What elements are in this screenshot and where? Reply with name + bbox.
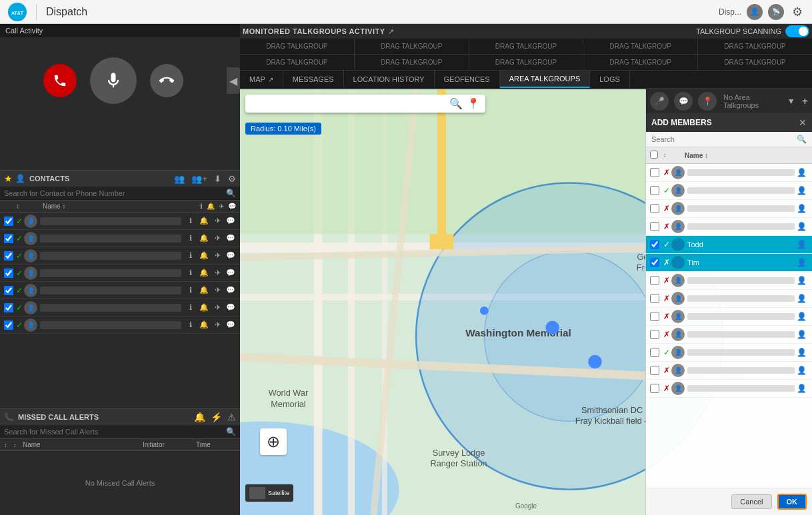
member-checkbox[interactable] — [650, 384, 659, 393]
member-checkbox[interactable] — [650, 276, 659, 285]
add-group-icon[interactable]: 👥+ — [191, 174, 207, 184]
chat-icon[interactable]: 💬 — [225, 217, 236, 225]
member-checkbox[interactable] — [650, 312, 659, 321]
member-action-icon[interactable]: 👤 — [795, 256, 808, 269]
cancel-button[interactable]: Cancel — [731, 494, 771, 509]
member-action-icon[interactable]: 👤 — [795, 292, 808, 305]
member-action-icon[interactable]: 👤 — [795, 238, 808, 251]
user-icon[interactable]: 👤 — [747, 4, 763, 20]
end-call-button[interactable] — [43, 64, 77, 97]
drag-talkgroup-cell[interactable]: DRAG TALKGROUP — [240, 39, 355, 54]
contact-row[interactable]: ✓ 👤 ℹ 🔔 ✈ 💬 — [0, 299, 240, 316]
member-row[interactable]: ✓ 👤 👤 — [646, 344, 812, 362]
satellite-button[interactable]: Satellite — [245, 484, 293, 502]
bell-icon[interactable]: 🔔 — [199, 320, 209, 329]
member-action-icon[interactable]: 👤 — [795, 346, 808, 359]
send-icon[interactable]: ✈ — [212, 320, 223, 329]
contact-row[interactable]: ✓ 👤 ℹ 🔔 ✈ 💬 — [0, 264, 240, 282]
hangup-button[interactable] — [150, 64, 183, 97]
contact-checkbox[interactable] — [4, 234, 13, 243]
chat-icon[interactable]: 💬 — [225, 251, 236, 260]
network-icon[interactable]: 📡 — [768, 4, 784, 20]
member-row[interactable]: ✗ 👤 👤 — [646, 362, 812, 380]
bell-icon[interactable]: 🔔 — [194, 412, 205, 422]
member-checkbox[interactable] — [650, 240, 659, 249]
chat-icon[interactable]: 💬 — [225, 320, 236, 329]
settings-icon[interactable]: ⚙ — [228, 174, 236, 184]
mic-icon[interactable]: 🎤 — [650, 92, 669, 111]
member-checkbox[interactable] — [650, 168, 659, 177]
drag-talkgroup-cell[interactable]: DRAG TALKGROUP — [355, 39, 469, 54]
info-icon[interactable]: ℹ — [185, 268, 196, 277]
info-icon[interactable]: ℹ — [185, 217, 196, 225]
send-icon[interactable]: ✈ — [212, 268, 223, 277]
tab-logs[interactable]: LOGS — [590, 71, 630, 88]
contact-checkbox[interactable] — [4, 286, 13, 295]
mic-button[interactable] — [90, 57, 137, 104]
map-location-icon[interactable]: 📍 — [467, 97, 480, 110]
tab-map[interactable]: MAP ↗ — [240, 71, 283, 88]
info-icon[interactable]: ℹ — [185, 320, 196, 329]
drag-talkgroup-cell[interactable]: DRAG TALKGROUP — [583, 39, 698, 54]
map-external-icon[interactable]: ↗ — [268, 76, 273, 83]
member-action-icon[interactable]: 👤 — [795, 364, 808, 377]
tab-geofences[interactable]: GEOFENCES — [435, 71, 500, 88]
member-row[interactable]: ✗ 👤 👤 — [646, 200, 812, 218]
member-row[interactable]: ✓ 👤 👤 — [646, 182, 812, 200]
alert-icon[interactable]: ⚡ — [211, 412, 222, 422]
chat-icon[interactable]: 💬 — [225, 286, 236, 294]
drag-talkgroup-cell[interactable]: DRAG TALKGROUP — [698, 39, 812, 54]
contact-row[interactable]: ✓ 👤 ℹ 🔔 ✈ 💬 — [0, 282, 240, 299]
member-checkbox[interactable] — [650, 204, 659, 213]
info-icon[interactable]: ℹ — [185, 251, 196, 260]
select-all-checkbox[interactable] — [650, 151, 658, 159]
bell-icon[interactable]: 🔔 — [199, 217, 209, 225]
contact-checkbox[interactable] — [4, 303, 13, 312]
gear-icon[interactable]: ⚙ — [789, 4, 805, 20]
drag-talkgroup-cell[interactable]: DRAG TALKGROUP — [355, 55, 469, 70]
import-icon[interactable]: ⬇ — [214, 174, 221, 184]
contact-row[interactable]: ✓ 👤 ℹ 🔔 ✈ 💬 — [0, 247, 240, 264]
member-row[interactable]: ✗ 👤 👤 — [646, 290, 812, 308]
member-row[interactable]: ✗ 👤 👤 — [646, 308, 812, 326]
contacts-search-input[interactable] — [4, 189, 226, 197]
member-row[interactable]: ✗ 👤 👤 — [646, 164, 812, 182]
drag-talkgroup-cell[interactable]: DRAG TALKGROUP — [583, 55, 698, 70]
send-icon[interactable]: ✈ — [212, 217, 223, 225]
member-checkbox[interactable] — [650, 294, 659, 303]
missed-calls-search-input[interactable] — [4, 428, 226, 436]
send-icon[interactable]: ✈ — [212, 303, 223, 312]
contact-row[interactable]: ✓ 👤 ℹ 🔔 ✈ 💬 — [0, 316, 240, 334]
member-row[interactable]: ✗ 👤 👤 — [646, 380, 812, 398]
member-row[interactable]: ✗ 👤 👤 — [646, 272, 812, 290]
tab-messages[interactable]: MESSAGES — [283, 71, 344, 88]
bell-icon[interactable]: 🔔 — [199, 234, 209, 243]
chat-icon[interactable]: 💬 — [225, 234, 236, 243]
member-checkbox[interactable] — [650, 186, 659, 195]
contact-row[interactable]: ✓ 👤 ℹ 🔔 ✈ 💬 — [0, 230, 240, 247]
talkgroups-external-link[interactable]: ↗ — [388, 27, 394, 36]
map-search-input[interactable]: 2 15th St NW, Washington, DC 20024 — [251, 99, 449, 109]
member-checkbox[interactable] — [650, 258, 659, 267]
bell-icon[interactable]: 🔔 — [199, 286, 209, 294]
member-checkbox[interactable] — [650, 330, 659, 339]
member-checkbox[interactable] — [650, 366, 659, 375]
add-talkgroup-button[interactable]: + — [802, 95, 808, 107]
drag-talkgroup-cell[interactable]: DRAG TALKGROUP — [698, 55, 812, 70]
close-button[interactable]: ✕ — [799, 117, 807, 128]
contact-row[interactable]: ✓ 👤 ℹ 🔔 ✈ 💬 — [0, 213, 240, 230]
ok-button[interactable]: OK — [777, 494, 807, 510]
tab-area-talkgroups[interactable]: AREA TALKGROUPS — [500, 71, 591, 88]
member-action-icon[interactable]: 👤 — [795, 220, 808, 233]
member-checkbox[interactable] — [650, 222, 659, 231]
warning-icon[interactable]: ⚠ — [227, 412, 236, 422]
map-search-icon[interactable]: 🔍 — [449, 97, 463, 110]
member-action-icon[interactable]: 👤 — [795, 310, 808, 323]
drag-talkgroup-cell[interactable]: DRAG TALKGROUP — [469, 55, 584, 70]
member-action-icon[interactable]: 👤 — [795, 202, 808, 215]
chat-icon[interactable]: 💬 — [225, 268, 236, 277]
bell-icon[interactable]: 🔔 — [199, 303, 209, 312]
drag-talkgroup-cell[interactable]: DRAG TALKGROUP — [469, 39, 584, 54]
group-icon[interactable]: 👥 — [174, 174, 185, 184]
send-icon[interactable]: ✈ — [212, 286, 223, 294]
